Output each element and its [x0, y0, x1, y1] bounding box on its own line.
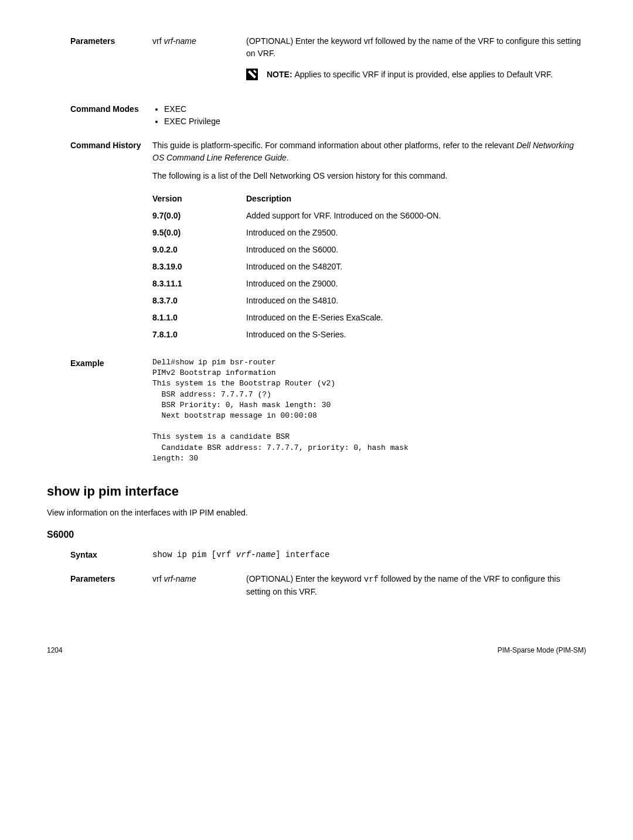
parameter-row: vrf vrf-name (OPTIONAL) Enter the keywor…: [152, 35, 586, 81]
page-footer: 1204 PIM-Sparse Mode (PIM-SM): [47, 645, 586, 655]
version-row: 8.3.19.0 Introduced on the S4820T.: [152, 261, 586, 273]
version-row: 8.3.11.1 Introduced on the Z9000.: [152, 278, 586, 290]
command-history-label: Command History: [70, 139, 152, 346]
section-name: PIM-Sparse Mode (PIM-SM): [498, 645, 586, 655]
syntax-section: Syntax show ip pim [vrf vrf-name] interf…: [70, 549, 586, 561]
section-intro: View information on the interfaces with …: [47, 507, 586, 519]
description-header: Description: [246, 193, 586, 205]
parameter-name: vrf vrf-name: [152, 573, 229, 598]
parameters-label: Parameters: [70, 35, 152, 81]
command-history-section: Command History This guide is platform-s…: [70, 139, 586, 346]
list-item: EXEC: [164, 103, 586, 115]
version-row: 9.5(0.0) Introduced on the Z9500.: [152, 227, 586, 239]
version-header: Version: [152, 193, 246, 205]
parameter-name: vrf vrf-name: [152, 35, 229, 81]
example-section: Example Dell#show ip pim bsr-router PIMv…: [70, 357, 586, 464]
version-row: 9.7(0.0) Added support for VRF. Introduc…: [152, 210, 586, 222]
page-number: 1204: [47, 645, 63, 655]
parameter-description: (OPTIONAL) Enter the keyword vrf followe…: [246, 35, 586, 60]
history-intro-2: The following is a list of the Dell Netw…: [152, 170, 586, 182]
example-code: Dell#show ip pim bsr-router PIMv2 Bootst…: [152, 357, 586, 464]
command-modes-list: EXEC EXEC Privilege: [152, 103, 586, 128]
parameter-description: (OPTIONAL) Enter the keyword vrf followe…: [246, 573, 586, 598]
note-text: Applies to specific VRF if input is prov…: [294, 70, 552, 79]
syntax-value: show ip pim [vrf vrf-name] interface: [152, 549, 586, 561]
parameters-section-2: Parameters vrf vrf-name (OPTIONAL) Enter…: [70, 573, 586, 598]
command-modes-section: Command Modes EXEC EXEC Privilege: [70, 103, 586, 128]
list-item: EXEC Privilege: [164, 115, 586, 128]
parameter-row: vrf vrf-name (OPTIONAL) Enter the keywor…: [152, 573, 586, 598]
syntax-label: Syntax: [70, 549, 152, 561]
history-intro-1: This guide is platform-specific. For com…: [152, 139, 586, 164]
command-modes-label: Command Modes: [70, 103, 152, 128]
version-row: 8.3.7.0 Introduced on the S4810.: [152, 295, 586, 307]
parameters-section: Parameters vrf vrf-name (OPTIONAL) Enter…: [70, 35, 586, 81]
note-icon: [246, 69, 258, 80]
version-row: 8.1.1.0 Introduced on the E-Series ExaSc…: [152, 312, 586, 324]
section-heading: show ip pim interface: [47, 482, 586, 501]
model-heading: S6000: [47, 528, 586, 542]
version-row: 9.0.2.0 Introduced on the S6000.: [152, 244, 586, 256]
note-block: NOTE: Applies to specific VRF if input i…: [246, 69, 586, 81]
parameters-label-2: Parameters: [70, 573, 152, 598]
note-label: NOTE:: [267, 70, 294, 79]
version-row: 7.8.1.0 Introduced on the S-Series.: [152, 329, 586, 341]
example-label: Example: [70, 357, 152, 464]
version-header-row: Version Description: [152, 193, 586, 205]
